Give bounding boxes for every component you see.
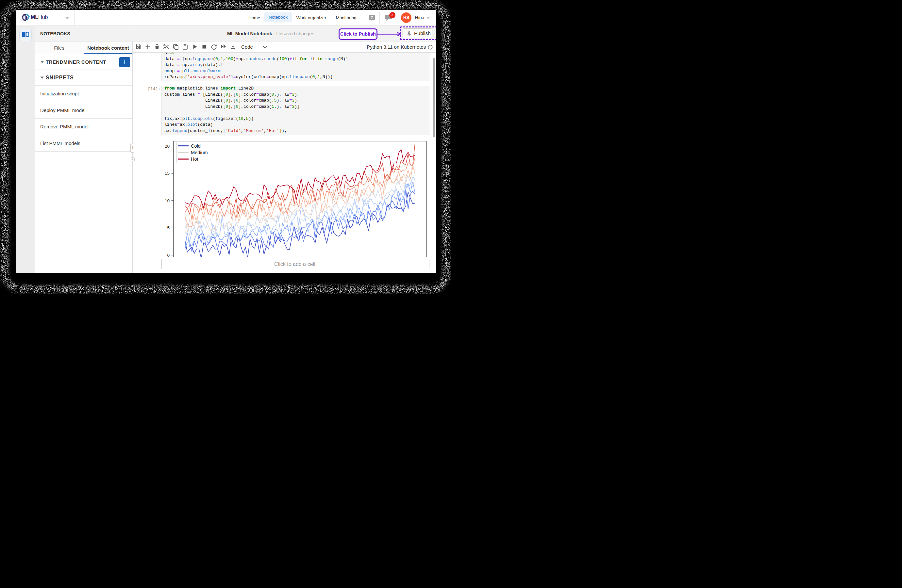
- svg-text:Medium: Medium: [191, 150, 208, 155]
- svg-text:0: 0: [167, 253, 170, 257]
- svg-text:15: 15: [165, 171, 170, 176]
- svg-text:5: 5: [167, 225, 170, 230]
- svg-text:Hot: Hot: [191, 156, 198, 162]
- svg-text:Cold: Cold: [191, 144, 200, 149]
- svg-text:?: ?: [371, 16, 373, 20]
- svg-text:20: 20: [165, 144, 170, 149]
- svg-text:10: 10: [165, 198, 170, 203]
